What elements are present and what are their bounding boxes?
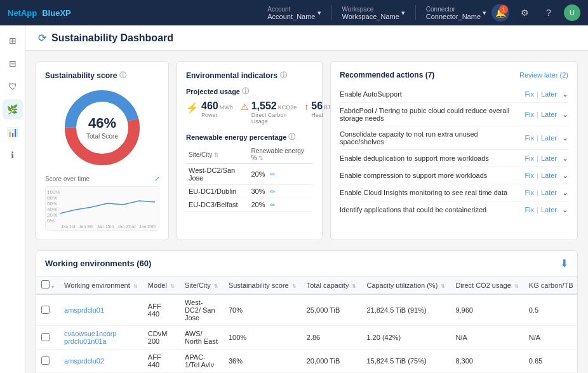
table-row: cvaowsue1ncorp prdclu01n01a CDvM 200 AWS…: [36, 326, 577, 349]
rec-item-text: Consolidate capacity to not run extra un…: [340, 130, 519, 146]
later-link[interactable]: Later: [541, 134, 557, 142]
row-checkbox[interactable]: [41, 306, 50, 314]
env-info-icon[interactable]: ⓘ: [280, 71, 287, 80]
fix-link[interactable]: Fix: [525, 90, 534, 98]
sidebar-icon-chart[interactable]: 📊: [3, 122, 23, 142]
fix-link[interactable]: Fix: [525, 154, 534, 162]
edit-icon[interactable]: ✏: [270, 188, 275, 195]
col-header-3[interactable]: Sustainability score ⇅: [224, 276, 302, 294]
edit-icon[interactable]: ✏: [270, 171, 275, 178]
sidebar-icon-info[interactable]: ℹ: [3, 145, 23, 165]
main-content: ⟳ Sustainability Dashboard Sustainabilit…: [25, 25, 588, 373]
later-link[interactable]: Later: [541, 111, 557, 118]
env-link[interactable]: amsprdclu02: [64, 357, 104, 365]
carbon-value: 1,552: [251, 101, 277, 111]
data-table: ▾Working environment ⇅Model ⇅Site/City ⇅…: [36, 276, 577, 373]
avatar[interactable]: U: [564, 4, 580, 21]
donut-chart: 46% Total Score: [45, 86, 159, 169]
review-later-link[interactable]: Review later (2): [519, 71, 568, 79]
edit-icon[interactable]: ✏: [270, 201, 275, 208]
rec-chevron-icon[interactable]: ⌄: [562, 205, 568, 214]
rec-chevron-icon[interactable]: ⌄: [562, 171, 568, 180]
table-row: amsprdclu02 AFF 440 APAC-1/Tel Aviv 36% …: [36, 349, 577, 373]
model-cell: AFF 440: [143, 294, 180, 326]
sort-arrows-4: ⇅: [352, 283, 356, 289]
help-button[interactable]: ?: [540, 4, 558, 22]
co2-cell: N/A: [450, 326, 523, 349]
carbon-cell: N/A: [524, 326, 577, 349]
rec-chevron-icon[interactable]: ⌄: [562, 90, 568, 98]
projected-info-icon[interactable]: ⓘ: [242, 86, 249, 96]
fix-link[interactable]: Fix: [525, 111, 534, 118]
rec-panel: Recommended actions (7) Review later (2)…: [330, 61, 578, 240]
connector-nav[interactable]: Connector Connector_Name ▾: [426, 6, 486, 20]
rec-chevron-icon[interactable]: ⌄: [562, 154, 568, 163]
chart-x-labels: Jan 1stJan 8thJan 15thJan 22ndJan 29th: [61, 224, 156, 229]
env-panel-title: Environmental indicators ⓘ: [186, 71, 313, 80]
later-link[interactable]: Later: [541, 90, 557, 98]
score-time-label: Score over time: [45, 175, 90, 182]
carbon-label: Direct Carbon Usage: [251, 112, 297, 125]
select-all-checkbox[interactable]: [41, 280, 50, 288]
row-checkbox-cell: [36, 326, 59, 349]
rec-item-actions: Fix | Later ⌄: [525, 110, 568, 119]
col-header-6[interactable]: Direct CO2 usage ⇅: [450, 276, 523, 294]
later-link[interactable]: Later: [541, 189, 557, 196]
later-link[interactable]: Later: [541, 154, 557, 162]
carbon-unit: KCO2e: [278, 104, 297, 111]
col-header-2[interactable]: Site/City ⇅: [180, 276, 224, 294]
capacity-cell: 25,000 TiB: [302, 294, 362, 326]
col-header-1[interactable]: Model ⇅: [143, 276, 180, 294]
renewable-row: EU-DC3/Belfast 20% ✏: [186, 198, 313, 212]
fix-link[interactable]: Fix: [525, 189, 534, 196]
table-scroll[interactable]: ▾Working environment ⇅Model ⇅Site/City ⇅…: [36, 276, 577, 373]
rec-item-text: Enable Cloud Insights monitoring to see …: [340, 189, 519, 196]
settings-button[interactable]: ⚙: [516, 4, 533, 22]
sidebar-icon-home[interactable]: ⊞: [3, 31, 23, 51]
rec-item-text: Enable compression to support more workl…: [340, 172, 519, 179]
sidebar-icon-grid[interactable]: ⊟: [3, 53, 23, 74]
col-header-0[interactable]: Working environment ⇅: [59, 276, 143, 294]
col-header-4[interactable]: Total capacity ⇅: [302, 276, 362, 294]
rec-chevron-icon[interactable]: ⌄: [562, 110, 568, 119]
metrics-row: ⚡ 460 MWh Power ⚠ 1,: [186, 101, 313, 125]
sidebar: ⊞ ⊟ 🛡 🌿 📊 ℹ: [0, 25, 25, 373]
renewable-table: Site/City ⇅ Renewable energy % ⇅ West-DC…: [186, 146, 313, 212]
later-link[interactable]: Later: [541, 172, 557, 179]
score-info-icon[interactable]: ⓘ: [119, 71, 126, 80]
env-link[interactable]: amsprdclu01: [64, 306, 104, 314]
renewable-col-header[interactable]: Renewable energy % ⇅: [248, 146, 313, 164]
later-link[interactable]: Later: [541, 206, 557, 214]
rec-item-actions: Fix | Later ⌄: [525, 205, 568, 214]
row-checkbox[interactable]: [41, 356, 50, 365]
score-time-expand[interactable]: ⤢: [154, 175, 159, 182]
rec-item: Enable deduplication to support more wor…: [340, 150, 568, 167]
site-col-header[interactable]: Site/City ⇅: [186, 146, 248, 164]
rec-item-actions: Fix | Later ⌄: [525, 188, 568, 197]
fix-link[interactable]: Fix: [525, 172, 534, 179]
sidebar-icon-shield[interactable]: 🛡: [3, 76, 23, 97]
co2-cell: 9,960: [450, 294, 523, 326]
download-icon[interactable]: ⬇: [560, 257, 568, 269]
sort-arrows-5: ⇅: [441, 283, 445, 289]
sort-arrows-6: ⇅: [514, 283, 519, 289]
row-checkbox[interactable]: [41, 333, 50, 341]
account-nav[interactable]: Account Account_Name ▾: [267, 6, 321, 20]
env-link[interactable]: cvaowsue1ncorp prdclu01n01a: [64, 330, 117, 345]
carbon-icon: ⚠: [241, 102, 249, 112]
workspace-nav[interactable]: Workspace Workspace_Name ▾: [342, 6, 405, 20]
col-header-7[interactable]: KG carbon/TB ⇅: [524, 276, 577, 294]
fix-link[interactable]: Fix: [525, 206, 534, 214]
renewable-info-icon[interactable]: ⓘ: [288, 132, 295, 142]
fix-link[interactable]: Fix: [525, 134, 534, 142]
score-panel-title: Sustainability score ⓘ: [45, 71, 159, 80]
rec-chevron-icon[interactable]: ⌄: [562, 188, 568, 197]
col-header-5[interactable]: Capacity utilization (%) ⇅: [361, 276, 450, 294]
connector-value: Connector_Name: [426, 13, 481, 20]
carbon-metric: ⚠ 1,552 KCO2e Direct Carbon Usage: [241, 101, 297, 125]
rec-chevron-icon[interactable]: ⌄: [562, 133, 568, 142]
renewable-pct-cell: 20% ✏: [248, 198, 313, 212]
rec-item: Enable Cloud Insights monitoring to see …: [340, 184, 568, 201]
sidebar-icon-leaf[interactable]: 🌿: [3, 99, 23, 119]
notifications-button[interactable]: 🔔: [491, 4, 509, 22]
